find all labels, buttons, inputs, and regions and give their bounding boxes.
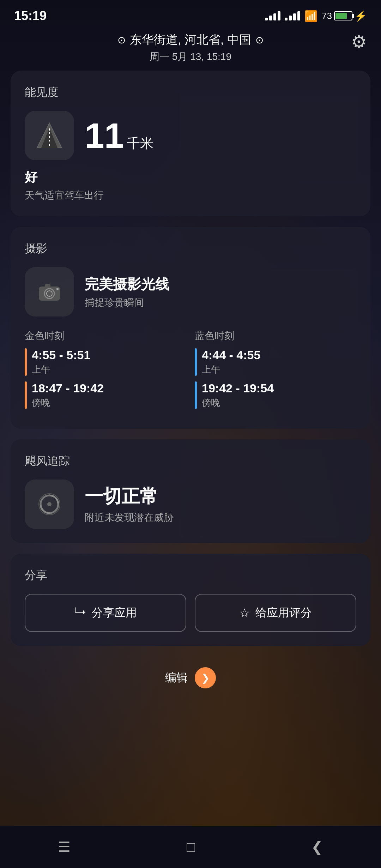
signal2-icon bbox=[285, 11, 300, 20]
golden-hour-title: 金色时刻 bbox=[25, 329, 186, 343]
star-icon: ☆ bbox=[239, 606, 250, 620]
rate-app-button[interactable]: ☆ 给应用评分 bbox=[195, 594, 356, 632]
typhoon-text: 一切正常 附近未发现潜在威胁 bbox=[85, 484, 174, 524]
svg-rect-8 bbox=[45, 284, 50, 287]
wifi-icon: 📶 bbox=[304, 10, 318, 22]
golden-time-1: 4:55 - 5:51 上午 bbox=[25, 348, 186, 376]
visibility-value-row: 11千米 bbox=[85, 118, 153, 153]
share-card: 分享 ⮡ 分享应用 ☆ 给应用评分 bbox=[11, 554, 370, 646]
photo-main: 完美摄影光线 捕捉珍贵瞬间 bbox=[25, 267, 356, 317]
nav-back-button[interactable]: ❮ bbox=[297, 835, 337, 858]
blue-hour-title: 蓝色时刻 bbox=[195, 329, 356, 343]
blue-period-1: 上午 bbox=[202, 363, 260, 376]
location-row: ⊙ 东华街道, 河北省, 中国 ⊙ bbox=[117, 32, 264, 48]
location-text: 东华街道, 河北省, 中国 bbox=[130, 32, 251, 48]
visibility-card: 能见度 11千米 好 天气适宜驾车出行 bbox=[11, 71, 370, 216]
status-bar: 15:19 📶 73 bbox=[0, 0, 381, 28]
photo-text: 完美摄影光线 捕捉珍贵瞬间 bbox=[85, 275, 169, 309]
photo-main-title: 完美摄影光线 bbox=[85, 275, 169, 294]
photo-icon-box bbox=[25, 267, 74, 317]
blue-bar-1 bbox=[195, 348, 197, 376]
photo-main-desc: 捕捉珍贵瞬间 bbox=[85, 296, 169, 309]
header: ⊙ 东华街道, 河北省, 中国 ⊙ 周一 5月 13, 15:19 ⚙ bbox=[0, 28, 381, 71]
golden-range-1: 4:55 - 5:51 bbox=[32, 348, 90, 362]
photography-title: 摄影 bbox=[25, 241, 356, 257]
share-title: 分享 bbox=[25, 568, 356, 583]
nav-menu-button[interactable]: ☰ bbox=[44, 835, 85, 858]
status-right: 📶 73 ⚡ bbox=[265, 10, 367, 22]
visibility-icon-box bbox=[25, 111, 74, 160]
blue-period-2: 傍晚 bbox=[202, 397, 274, 409]
visibility-status: 好 bbox=[25, 169, 356, 186]
typhoon-icon-box bbox=[25, 480, 74, 529]
typhoon-title: 飓风追踪 bbox=[25, 453, 356, 469]
blue-hour-section: 蓝色时刻 4:44 - 4:55 上午 19:42 - 19:54 傍晚 bbox=[195, 329, 356, 415]
rate-app-label: 给应用评分 bbox=[255, 605, 312, 621]
status-time: 15:19 bbox=[14, 8, 47, 23]
share-app-button[interactable]: ⮡ 分享应用 bbox=[25, 594, 186, 632]
signal-icon bbox=[265, 11, 280, 20]
edit-arrow-button[interactable]: ❯ bbox=[195, 667, 216, 688]
blue-time-1: 4:44 - 4:55 上午 bbox=[195, 348, 356, 376]
share-icon: ⮡ bbox=[74, 606, 86, 620]
nav-home-button[interactable]: □ bbox=[173, 836, 209, 858]
blue-time-2: 19:42 - 19:54 傍晚 bbox=[195, 381, 356, 409]
typhoon-status: 一切正常 bbox=[85, 484, 174, 509]
visibility-description: 天气适宜驾车出行 bbox=[25, 189, 356, 202]
share-buttons: ⮡ 分享应用 ☆ 给应用评分 bbox=[25, 594, 356, 632]
edit-row: 编辑 ❯ bbox=[0, 657, 381, 699]
golden-range-2: 18:47 - 19:42 bbox=[32, 381, 104, 395]
typhoon-description: 附近未发现潜在威胁 bbox=[85, 511, 174, 524]
golden-blue-grid: 金色时刻 4:55 - 5:51 上午 18:47 - 19:42 傍晚 bbox=[25, 329, 356, 415]
battery-icon bbox=[334, 11, 352, 20]
golden-period-1: 上午 bbox=[32, 363, 90, 376]
svg-point-9 bbox=[56, 288, 59, 290]
road-icon bbox=[34, 121, 65, 150]
share-app-label: 分享应用 bbox=[92, 605, 137, 621]
golden-time-2: 18:47 - 19:42 傍晚 bbox=[25, 381, 186, 409]
orange-bar-1 bbox=[25, 348, 27, 376]
golden-hour-section: 金色时刻 4:55 - 5:51 上午 18:47 - 19:42 傍晚 bbox=[25, 329, 186, 415]
visibility-main: 11千米 bbox=[25, 111, 356, 160]
typhoon-main: 一切正常 附近未发现潜在威胁 bbox=[25, 480, 356, 529]
battery-percent: 73 bbox=[322, 11, 332, 22]
datetime-text: 周一 5月 13, 15:19 bbox=[150, 50, 231, 64]
visibility-title: 能见度 bbox=[25, 85, 356, 100]
edit-label: 编辑 bbox=[165, 670, 188, 686]
visibility-unit: 千米 bbox=[127, 136, 153, 151]
typhoon-card: 飓风追踪 一切正常 附近未发现潜在威胁 bbox=[11, 439, 370, 543]
golden-period-2: 傍晚 bbox=[32, 397, 104, 409]
location-pin-icon: ⊙ bbox=[117, 34, 126, 46]
bottom-nav: ☰ □ ❮ bbox=[0, 826, 381, 868]
svg-point-11 bbox=[47, 502, 52, 506]
battery-indicator: 73 ⚡ bbox=[322, 10, 367, 22]
blue-bar-2 bbox=[195, 381, 197, 409]
battery-fill bbox=[335, 13, 347, 19]
blue-range-1: 4:44 - 4:55 bbox=[202, 348, 260, 362]
settings-icon[interactable]: ⚙ bbox=[351, 32, 367, 52]
charge-icon: ⚡ bbox=[355, 10, 367, 22]
photography-card: 摄影 完美摄影光线 捕捉珍贵瞬间 金色时刻 bbox=[11, 227, 370, 429]
visibility-value: 11 bbox=[85, 116, 124, 155]
orange-bar-2 bbox=[25, 381, 27, 409]
blue-range-2: 19:42 - 19:54 bbox=[202, 381, 274, 395]
camera-icon bbox=[37, 281, 62, 302]
location-search-icon[interactable]: ⊙ bbox=[255, 34, 264, 46]
typhoon-icon bbox=[37, 492, 62, 517]
